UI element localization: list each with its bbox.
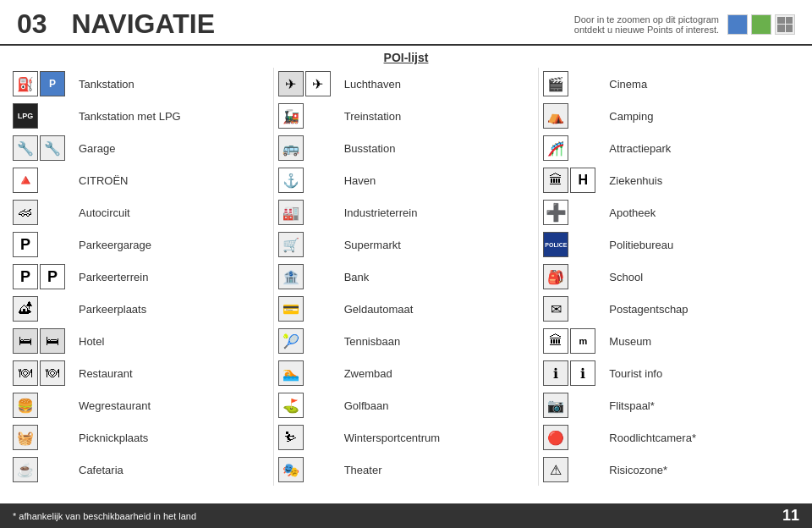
poi-icons: 💳 [278, 296, 337, 322]
page-header: 03 NAVIGATIE Door in te zoomen op dit pi… [0, 0, 812, 46]
list-item: 🏊 Zwembad [278, 357, 535, 389]
poi-icons: 🚌 [278, 135, 337, 161]
autocircuit-icon: 🏎 [13, 200, 38, 225]
poi-icons: 🔴 [543, 425, 602, 450]
apotheek-icon: ➕ [543, 200, 568, 225]
poi-label: Museum [609, 335, 651, 348]
poi-icons: 🏕 [13, 296, 72, 322]
poi-label: Hotel [79, 335, 104, 348]
list-item: 🍔 Wegrestaurant [13, 389, 269, 421]
poi-label: Restaurant [79, 367, 133, 380]
garage-icon-2: 🔧 [40, 135, 65, 161]
page-title: 03 NAVIGATIE [17, 8, 574, 40]
poi-label: Apotheek [609, 206, 656, 219]
list-item: 📷 Flitspaal* [543, 389, 799, 421]
poi-icons: P P [13, 264, 72, 289]
attractiepark-icon: 🎢 [543, 135, 568, 161]
poi-icons: 🏦 [278, 264, 337, 289]
poi-label: Industrieterrein [344, 206, 418, 219]
column-1: ⛽ P Tankstation LPG Tankstation met LPG … [8, 68, 274, 486]
cinema-icon: 🎬 [543, 71, 568, 96]
list-item: ⚠ Risicozone* [543, 454, 799, 486]
list-item: P P Parkeerterrein [13, 261, 269, 293]
poi-icons: LPG [13, 103, 72, 129]
poi-label: Treinstation [344, 110, 401, 123]
poi-label: Roodlichtcamera* [609, 432, 696, 444]
luchthaven-icon-2: ✈ [305, 71, 331, 96]
trein-icon: 🚂 [278, 103, 304, 129]
industrie-icon: 🏭 [278, 200, 304, 225]
poi-icons: 🛒 [278, 232, 337, 257]
header-subtitle: Door in te zoomen op dit pictogram ontde… [574, 14, 719, 35]
poi-icons: ⛷ [278, 425, 337, 450]
poi-icons: 🚂 [278, 103, 337, 129]
list-item: ✈ ✈ Luchthaven [278, 68, 535, 100]
chapter-number: 03 [17, 8, 47, 39]
poi-content: ⛽ P Tankstation LPG Tankstation met LPG … [0, 68, 812, 486]
ziekenhuis-icon-2: H [570, 168, 595, 193]
list-item: ✉ Postagentschap [543, 293, 799, 325]
list-item: 🏕 Parkeerplaats [13, 293, 269, 325]
lpg-icon: LPG [13, 103, 38, 129]
restaurant-icon-1: 🍽 [13, 360, 38, 386]
poi-label: Haven [344, 174, 376, 187]
poi-icons: 🍔 [13, 393, 72, 418]
page-footer: * afhankelijk van beschikbaarheid in het… [0, 503, 812, 528]
list-item: ⛷ Wintersportcentrum [278, 421, 535, 454]
tennis-icon: 🎾 [278, 328, 304, 354]
list-item: 🏭 Industrieterrein [278, 196, 535, 228]
poi-icons: 🔧 🔧 [13, 135, 72, 161]
list-item: 🔴 Roodlichtcamera* [543, 421, 799, 454]
list-item: 🛒 Supermarkt [278, 228, 535, 261]
poi-list-title: POI-lijst [0, 46, 812, 68]
parkeerterrein-icon-1: P [13, 264, 38, 289]
tankstation-icon-1: ⛽ [13, 71, 38, 96]
poi-icons: 🎒 [543, 264, 602, 289]
poi-icons: ✈ ✈ [278, 71, 337, 96]
list-item: 🔺 CITROËN [13, 164, 269, 196]
list-item: 🏎 Autocircuit [13, 196, 269, 228]
poi-icons: 🛏 🛏 [13, 328, 72, 354]
poi-icons: POLICE [543, 232, 602, 257]
wintersport-icon: ⛷ [278, 425, 304, 450]
page-number: 11 [782, 507, 799, 525]
poi-label: Parkeerplaats [79, 303, 146, 316]
poi-label: Geldautomaat [344, 303, 414, 316]
zwembad-icon: 🏊 [278, 360, 304, 386]
poi-icons: ⚠ [543, 457, 602, 482]
hotel-icon-1: 🛏 [13, 328, 38, 354]
poi-label: Attractiepark [609, 142, 671, 155]
poi-icons: 🏊 [278, 360, 337, 386]
poi-icons: 🏛 m [543, 328, 602, 354]
theater-icon: 🎭 [278, 457, 304, 482]
list-item: P Parkeergarage [13, 228, 269, 261]
poi-label: Wegrestaurant [79, 399, 151, 412]
poi-label: Luchthaven [344, 78, 401, 91]
poi-label: Camping [609, 110, 653, 123]
ziekenhuis-icon-1: 🏛 [543, 168, 568, 193]
list-item: ⛳ Golfbaan [278, 389, 535, 421]
list-item: 🏛 m Museum [543, 325, 799, 357]
poi-icons: 🎬 [543, 71, 602, 96]
poi-icons: ➕ [543, 200, 602, 225]
picknick-icon: 🧺 [13, 425, 38, 450]
poi-label: Risicozone* [609, 464, 667, 476]
risicozone-icon: ⚠ [543, 457, 568, 482]
list-item: ➕ Apotheek [543, 196, 799, 228]
poi-label: Garage [79, 142, 115, 155]
list-item: ⛺ Camping [543, 100, 799, 132]
poi-icons: ℹ ℹ [543, 360, 602, 386]
hotel-icon-2: 🛏 [40, 328, 65, 354]
poi-icons: 🔺 [13, 168, 72, 193]
header-icons [727, 14, 795, 35]
poi-label: Parkeerterrein [79, 271, 148, 283]
list-item: LPG Tankstation met LPG [13, 100, 269, 132]
post-icon: ✉ [543, 296, 568, 322]
icon-grid [775, 14, 795, 35]
list-item: 🏦 Bank [278, 261, 535, 293]
poi-label: Wintersportcentrum [344, 432, 440, 444]
restaurant-icon-2: 🍽 [40, 360, 65, 386]
poi-label: School [609, 271, 643, 283]
list-item: ℹ ℹ Tourist info [543, 357, 799, 389]
poi-icons: 🎭 [278, 457, 337, 482]
